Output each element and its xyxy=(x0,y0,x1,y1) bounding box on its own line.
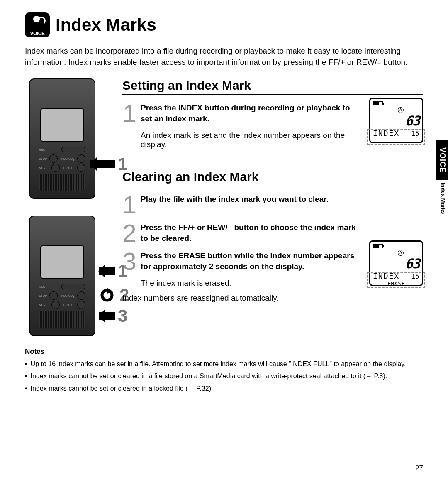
lcd2-folder: A xyxy=(398,250,404,256)
device-illustration-2: REC STOPINDEX/EQ MENUERASE xyxy=(29,216,95,336)
battery-icon xyxy=(373,244,383,248)
notes-separator xyxy=(25,343,423,343)
notes-heading: Notes xyxy=(25,348,423,356)
lcd1-big: 63 xyxy=(373,113,419,129)
section1-note: An index mark is set and the index numbe… xyxy=(141,131,361,149)
lcd1-small: 15 xyxy=(411,130,419,137)
section2-step3-note: The index mark is erased. xyxy=(141,279,361,288)
page-title: Index Marks xyxy=(56,15,156,35)
side-tab-subtitle: Index Marks xyxy=(440,183,446,214)
note-item: Up to 16 index marks can be set in a fil… xyxy=(25,359,423,369)
voice-icon-label: VOICE xyxy=(25,31,50,37)
notes-list: Up to 16 index marks can be set in a fil… xyxy=(25,359,423,393)
lcd1-folder: A xyxy=(398,107,404,113)
device-illustrations: REC STOPINDEX/EQ MENUERASE 1 REC STOPIND… xyxy=(25,78,114,336)
lcd2-sub: ERASE xyxy=(373,280,419,287)
page-header: VOICE Index Marks xyxy=(25,12,423,37)
page-number: 27 xyxy=(415,464,423,473)
section2-step-1: 1 Play the file with the index mark you … xyxy=(122,194,361,216)
lcd1-word: INDEX xyxy=(373,129,399,137)
section2-step-2: 2 Press the FF/+ or REW/– button to choo… xyxy=(122,222,361,245)
section2-title: Clearing an Index Mark xyxy=(122,170,423,186)
section2-tail: Index numbers are reassigned automatical… xyxy=(122,294,423,303)
lcd-display-2: A 63 INDEX 15 ERASE xyxy=(369,240,423,286)
callout-arrow-1: 1 xyxy=(90,154,127,174)
rotate-icon xyxy=(99,288,117,303)
note-item: Index marks cannot be set or cleared in … xyxy=(25,384,423,393)
intro-paragraph: Index marks can be incorporated into a f… xyxy=(25,46,423,68)
side-tab: VOICE xyxy=(436,140,448,180)
lcd2-big: 63 xyxy=(373,256,419,272)
battery-icon xyxy=(373,101,383,105)
step-number: 1 xyxy=(122,103,136,125)
note-item: Index marks cannot be set or cleared in … xyxy=(25,371,423,381)
manual-page: VOICE Index Marks Index marks can be inc… xyxy=(0,0,448,404)
section2-step-3: 3 Press the ERASE button while the index… xyxy=(122,250,361,273)
lcd2-word: INDEX xyxy=(373,272,399,280)
lcd-display-1: A 63 INDEX 15 xyxy=(369,98,423,143)
lcd2-small: 15 xyxy=(411,272,419,280)
step-bold-text: Press the INDEX button during recording … xyxy=(141,103,350,123)
section1-step: 1 Press the INDEX button during recordin… xyxy=(122,103,361,125)
section1-title: Setting an Index Mark xyxy=(122,78,423,95)
voice-icon: VOICE xyxy=(25,12,50,37)
content-column: Setting an Index Mark 1 Press the INDEX … xyxy=(122,78,423,336)
device-illustration-1: REC STOPINDEX/EQ MENUERASE xyxy=(29,78,95,199)
